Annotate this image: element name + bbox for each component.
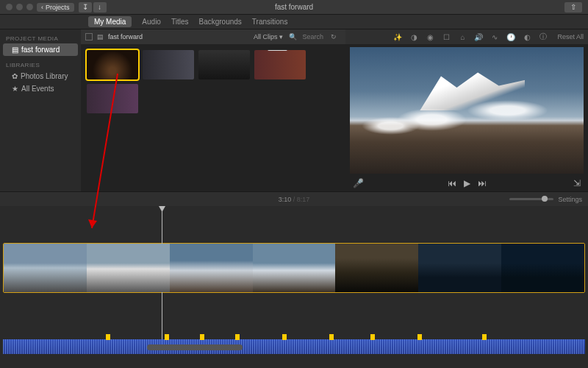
viewer-toolbar: ✨ ◑ ◉ ☐ ⌂ 🔊 ∿ 🕐 ◐ ⓘ Reset All: [345, 29, 588, 44]
filter-icon[interactable]: ◐: [522, 33, 532, 41]
search-icon[interactable]: 🔍: [287, 33, 298, 40]
filter-label: All Clips: [254, 33, 278, 40]
stabilize-icon[interactable]: ⌂: [457, 33, 467, 41]
browser-project-name: fast forward: [108, 33, 143, 40]
sidebar-item-label: Photos Library: [21, 72, 68, 80]
zoom-thumb[interactable]: [542, 196, 548, 202]
window-title: fast forward: [275, 3, 313, 11]
chevron-down-icon: ▾: [279, 33, 283, 40]
sidebar-item-label: fast forward: [21, 46, 60, 54]
clip-filter-dropdown[interactable]: All Clips ▾: [254, 33, 284, 40]
tab-my-media[interactable]: My Media: [88, 16, 132, 27]
zoom-controls: Settings: [509, 196, 582, 203]
sidebar-project-header: PROJECT MEDIA: [0, 34, 81, 43]
traffic-lights: [6, 4, 33, 10]
play-button[interactable]: ▶: [464, 178, 470, 188]
tab-transitions[interactable]: Transitions: [252, 18, 288, 26]
tab-backgrounds[interactable]: Backgrounds: [198, 18, 241, 26]
timeline-header: 3:10 / 8:17 Settings: [0, 191, 588, 206]
media-tabs: My Media Audio Titles Backgrounds Transi…: [0, 15, 588, 29]
back-label: Projects: [46, 4, 70, 11]
next-button[interactable]: ⏭: [478, 178, 487, 188]
import-down-button[interactable]: ↓: [93, 2, 107, 13]
current-time: 3:10: [279, 196, 292, 203]
timeline-frame: [87, 244, 170, 292]
timeline-scrollbar[interactable]: [147, 344, 243, 350]
clips-grid: 21,856: [81, 44, 345, 119]
timeline-frame: [418, 244, 501, 292]
import-buttons: ↧ ↓: [79, 2, 107, 13]
crop-icon[interactable]: ☐: [441, 33, 451, 41]
settings-button[interactable]: Settings: [558, 196, 582, 203]
timecode: 3:10 / 8:17: [279, 196, 310, 203]
timeline-frame: [501, 244, 584, 292]
minimize-dot[interactable]: [16, 4, 23, 10]
zoom-dot[interactable]: [26, 4, 33, 10]
close-dot[interactable]: [6, 4, 12, 10]
media-browser: ▤ fast forward All Clips ▾ 🔍 Search ↻ 21…: [81, 29, 345, 191]
chevron-left-icon: ‹: [41, 4, 43, 11]
playback-controls: 🎤 ⏮ ▶ ⏭ ⇲: [345, 175, 588, 191]
main-split: PROJECT MEDIA ▤ fast forward LIBRARIES ✿…: [0, 29, 588, 191]
share-button[interactable]: ⇧: [564, 2, 582, 13]
sidebar-item-photos[interactable]: ✿ Photos Library: [0, 70, 81, 82]
prev-button[interactable]: ⏮: [448, 178, 456, 188]
timeline-frame: [335, 244, 418, 292]
search-placeholder: Search: [302, 33, 323, 40]
fullscreen-icon[interactable]: ⇲: [573, 178, 581, 188]
zoom-slider[interactable]: [509, 198, 553, 200]
sidebar-item-all-events[interactable]: ★ All Events: [0, 82, 81, 95]
clip-thumbnail[interactable]: 21,856: [254, 50, 306, 79]
film-icon: ▤: [12, 46, 18, 54]
clip-thumbnail[interactable]: [143, 50, 194, 79]
timeline[interactable]: [0, 206, 588, 353]
wand-icon[interactable]: ✨: [392, 33, 403, 41]
total-time: 8:17: [297, 196, 310, 203]
sidebar: PROJECT MEDIA ▤ fast forward LIBRARIES ✿…: [0, 29, 81, 191]
reset-all-button[interactable]: Reset All: [557, 33, 584, 40]
tab-audio[interactable]: Audio: [142, 18, 161, 26]
color-correct-icon[interactable]: ◉: [425, 33, 435, 41]
preview-image: [350, 47, 584, 174]
import-media-button[interactable]: ↧: [79, 2, 92, 13]
volume-icon[interactable]: 🔊: [473, 33, 484, 41]
timeline-frame: [170, 244, 253, 292]
microphone-icon[interactable]: 🎤: [353, 178, 364, 188]
preview-canvas[interactable]: [350, 47, 584, 174]
clip-thumbnail[interactable]: [87, 50, 138, 79]
noise-icon[interactable]: ∿: [490, 33, 500, 41]
back-to-projects-button[interactable]: ‹ Projects: [37, 3, 74, 12]
preview-viewer: ✨ ◑ ◉ ☐ ⌂ 🔊 ∿ 🕐 ◐ ⓘ Reset All 🎤 ⏮ ▶ ⏭: [345, 29, 588, 191]
window-titlebar: ‹ Projects ↧ ↓ fast forward ⇧: [0, 0, 588, 15]
star-icon: ★: [12, 85, 18, 93]
info-icon[interactable]: ⓘ: [538, 32, 548, 42]
select-all-checkbox[interactable]: [85, 33, 93, 40]
sidebar-libraries-header: LIBRARIES: [0, 60, 81, 70]
timeline-frame: [253, 244, 336, 292]
clip-thumbnail[interactable]: [87, 84, 138, 113]
clip-badge: 21,856: [268, 50, 287, 51]
browser-toolbar: ▤ fast forward All Clips ▾ 🔍 Search ↻: [81, 29, 345, 44]
sidebar-item-label: All Events: [21, 85, 54, 93]
clip-thumbnail[interactable]: [198, 50, 250, 79]
sidebar-item-project[interactable]: ▤ fast forward: [3, 43, 78, 56]
color-balance-icon[interactable]: ◑: [409, 33, 419, 41]
tab-titles[interactable]: Titles: [171, 18, 189, 26]
film-icon: ▤: [97, 33, 104, 40]
speed-icon[interactable]: 🕐: [506, 33, 516, 41]
video-track[interactable]: [3, 243, 585, 293]
timeline-frame: [4, 244, 87, 292]
flower-icon: ✿: [12, 72, 18, 80]
list-toggle-icon[interactable]: ↻: [331, 33, 341, 40]
